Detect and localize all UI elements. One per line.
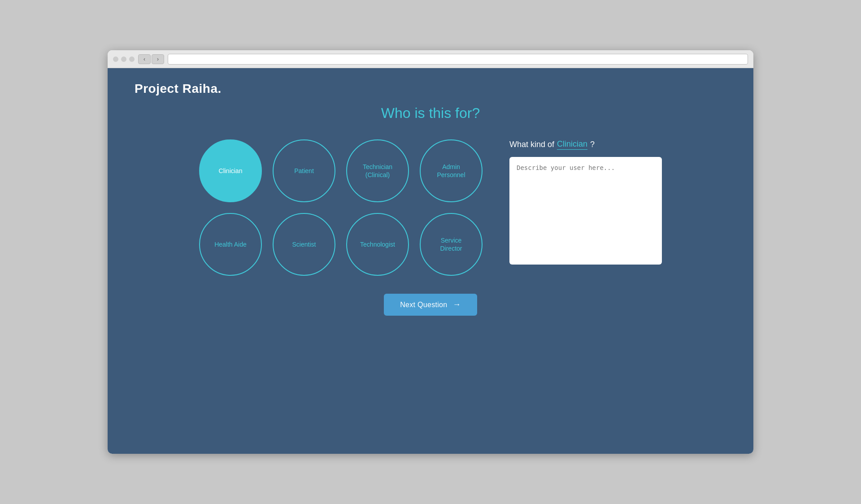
address-bar[interactable] <box>168 54 748 65</box>
traffic-light-close[interactable] <box>113 56 118 62</box>
next-button-label: Next Question <box>400 301 447 309</box>
circle-service-director[interactable]: ServiceDirector <box>420 213 483 276</box>
circles-grid: Clinician Patient Technician(Clinical) A… <box>199 139 483 276</box>
main-area: Who is this for? Clinician Patient Techn… <box>135 105 726 436</box>
circle-health-aide[interactable]: Health Aide <box>199 213 262 276</box>
circle-technologist[interactable]: Technologist <box>346 213 409 276</box>
circle-patient[interactable]: Patient <box>273 139 335 202</box>
nav-forward-button[interactable]: › <box>152 54 164 64</box>
app-title: Project Raiha. <box>135 82 726 96</box>
browser-toolbar: ‹ › <box>108 50 753 68</box>
browser-window: ‹ › Project Raiha. Who is this for? Clin… <box>108 50 753 454</box>
what-kind-selected-type: Clinician <box>557 139 587 150</box>
next-arrow-icon: → <box>452 300 461 309</box>
circle-clinician[interactable]: Clinician <box>199 139 262 202</box>
nav-back-button[interactable]: ‹ <box>138 54 151 64</box>
traffic-lights <box>113 56 135 62</box>
next-btn-row: Next Question → <box>384 294 477 316</box>
what-kind-label: What kind of Clinician ? <box>509 139 662 150</box>
describe-textarea[interactable] <box>509 157 662 265</box>
circle-admin-personnel[interactable]: AdminPersonnel <box>420 139 483 202</box>
circle-scientist[interactable]: Scientist <box>273 213 335 276</box>
what-kind-suffix: ? <box>590 140 595 149</box>
browser-content: Project Raiha. Who is this for? Clinicia… <box>108 68 753 454</box>
what-kind-prefix: What kind of <box>509 140 554 149</box>
traffic-light-minimize[interactable] <box>121 56 126 62</box>
next-question-button[interactable]: Next Question → <box>384 294 477 316</box>
right-panel: What kind of Clinician ? <box>509 139 662 265</box>
content-row: Clinician Patient Technician(Clinical) A… <box>135 139 726 276</box>
nav-buttons: ‹ › <box>138 54 164 64</box>
traffic-light-maximize[interactable] <box>129 56 135 62</box>
circle-technician-clinical[interactable]: Technician(Clinical) <box>346 139 409 202</box>
question-heading: Who is this for? <box>381 105 480 122</box>
